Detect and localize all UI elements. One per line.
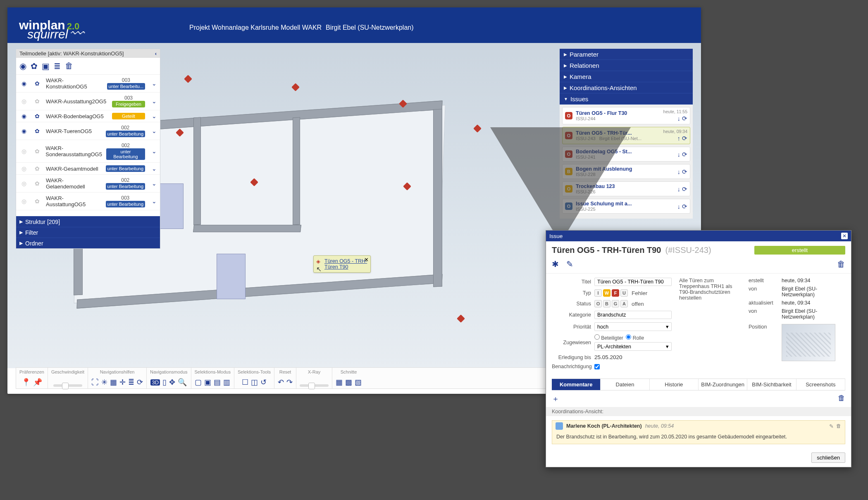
trash-icon[interactable]: 🗑: [836, 423, 842, 429]
tab-kommentare[interactable]: Kommentare: [552, 379, 601, 390]
arrow-icon[interactable]: ↓: [677, 151, 681, 158]
gear-icon[interactable]: ✿: [33, 128, 42, 134]
model-row[interactable]: ◎✿WAKR-SonderausstattungOG5002unter Bear…: [16, 140, 160, 163]
mode-zoom-icon[interactable]: 🔍: [178, 378, 187, 387]
chevron-down-icon[interactable]: ⌄: [152, 80, 157, 87]
pin-outline-icon[interactable]: 📌: [33, 378, 42, 387]
gear-icon[interactable]: ✿: [33, 180, 42, 187]
compass-icon[interactable]: ✳: [101, 378, 107, 387]
issue-tooltip[interactable]: ◈ ✕ Türen OG5 - TRH- Türen T90 ↖: [313, 255, 371, 273]
teilmodelle-header[interactable]: Teilmodelle [aktiv: WAKR-KonstruktionOG5…: [16, 49, 160, 58]
gear-icon[interactable]: ✿: [33, 148, 42, 155]
tab-bim-sichtbarkeit[interactable]: BIM-Sichtbarkeit: [747, 379, 796, 390]
acc-kamera[interactable]: ▶Kamera: [560, 71, 693, 82]
gear-icon[interactable]: ✿: [33, 198, 42, 205]
eye-icon[interactable]: ◎: [19, 98, 29, 105]
add-icon[interactable]: ＋: [552, 394, 559, 404]
eye-icon[interactable]: ◉: [19, 128, 29, 134]
tool-invert-icon[interactable]: ◫: [251, 378, 258, 387]
issue-card[interactable]: OTüren OG5 - Flur T30ISSU-244heute, 11:5…: [562, 107, 690, 124]
model-row[interactable]: ◉✿WAKR-BodenbelagOG5Geteilt⌄: [16, 110, 160, 122]
gear-icon[interactable]: ✿: [33, 113, 42, 119]
sel-add-icon[interactable]: ▣: [204, 378, 211, 387]
status-b-chip[interactable]: B: [603, 300, 610, 307]
issue-card[interactable]: BBogen mit AusblenungISSU-228↓⟳: [562, 164, 690, 179]
typ-u-chip[interactable]: U: [620, 289, 628, 297]
mode-pan-icon[interactable]: ✥: [169, 378, 175, 387]
rolle-radio[interactable]: [626, 334, 631, 340]
undo-icon[interactable]: ↶: [278, 378, 284, 387]
model-row[interactable]: ◎✿WAKR-Gesamtmodellunter Bearbeitung⌄: [16, 163, 160, 175]
trash-icon[interactable]: 🗑: [838, 394, 845, 404]
model-row[interactable]: ◎✿WAKR-Gelaendemodell002unter Bearbeitun…: [16, 175, 160, 193]
position-thumbnail[interactable]: [782, 324, 835, 361]
section-y-icon[interactable]: ▩: [345, 378, 352, 387]
aperture-icon[interactable]: ✱: [552, 259, 559, 269]
list-icon[interactable]: ≣: [54, 61, 61, 71]
typ-w-chip[interactable]: W: [603, 289, 610, 297]
mode-person-icon[interactable]: ▯: [162, 378, 167, 387]
sel-sub-icon[interactable]: ▤: [214, 378, 221, 387]
trash-icon[interactable]: 🗑: [65, 61, 73, 71]
chevron-down-icon[interactable]: ⌄: [152, 165, 157, 172]
trash-icon[interactable]: 🗑: [837, 260, 845, 269]
eye-icon[interactable]: ◎: [19, 180, 29, 187]
erledigung-value[interactable]: 25.05.2020: [594, 354, 672, 360]
tool-box-icon[interactable]: ☐: [242, 378, 248, 387]
section-x-icon[interactable]: ▦: [336, 378, 343, 387]
arrow-icon[interactable]: ↓: [677, 168, 681, 176]
refresh-icon[interactable]: ⟳: [137, 378, 143, 387]
issue-card[interactable]: OTrockenbau 123ISSU-226↓⟳: [562, 181, 690, 196]
chevron-down-icon[interactable]: ⌄: [152, 148, 157, 155]
typ-f-chip[interactable]: F: [612, 289, 619, 297]
fullscreen-icon[interactable]: ⛶: [91, 378, 99, 387]
tab-dateien[interactable]: Dateien: [601, 379, 649, 390]
speed-slider[interactable]: [53, 384, 82, 387]
acc-relationen[interactable]: ▶Relationen: [560, 60, 693, 71]
tooltip-link[interactable]: Türen OG5 - TRH- Türen T90: [324, 258, 367, 270]
refresh-icon[interactable]: ⟳: [682, 168, 687, 176]
list-icon[interactable]: ≣: [128, 378, 134, 387]
arrow-icon[interactable]: ↑: [677, 135, 681, 142]
gear-icon[interactable]: ✿: [33, 80, 42, 87]
eye-icon[interactable]: ◉: [19, 61, 26, 71]
model-row[interactable]: ◉✿WAKR-TuerenOG5002unter Bearbeitung⌄: [16, 122, 160, 140]
model-row[interactable]: ◉✿WAKR-KonstruktionOG5003unter Bearbeitu…: [16, 75, 160, 93]
status-o-chip[interactable]: O: [594, 300, 602, 307]
close-icon[interactable]: ✕: [841, 233, 848, 239]
refresh-icon[interactable]: ⟳: [682, 151, 687, 158]
issue-window-header[interactable]: Issue ✕: [546, 231, 851, 241]
benachrichtigung-checkbox[interactable]: [594, 364, 600, 369]
tab-bim-zuordnungen[interactable]: BIM-Zuordnungen: [699, 379, 747, 390]
prio-select[interactable]: hoch▾: [594, 322, 672, 331]
section-struktur[interactable]: ▶Struktur [209]: [16, 216, 160, 227]
status-g-chip[interactable]: G: [612, 300, 619, 307]
redo-icon[interactable]: ↷: [286, 378, 293, 387]
mode-3d-icon[interactable]: 3D: [150, 379, 160, 386]
refresh-icon[interactable]: ⟳: [682, 115, 687, 122]
gear-icon[interactable]: ✿: [33, 165, 42, 172]
refresh-icon[interactable]: ⟳: [682, 135, 687, 142]
section-ordner[interactable]: ▶Ordner: [16, 238, 160, 248]
refresh-icon[interactable]: ⟳: [682, 203, 687, 210]
chevron-down-icon[interactable]: ⌄: [152, 113, 157, 119]
model-row[interactable]: ◎✿WAKR-Ausstattung2OG5003Freigegeben⌄: [16, 93, 160, 110]
section-z-icon[interactable]: ▧: [355, 378, 362, 387]
grid-icon[interactable]: ▦: [110, 378, 117, 387]
pin-icon[interactable]: 📍: [21, 378, 31, 387]
acc-issues[interactable]: ▼Issues: [560, 93, 693, 105]
refresh-icon[interactable]: ⟳: [682, 186, 687, 193]
edit-icon[interactable]: ✎: [566, 259, 573, 269]
typ-i-chip[interactable]: I: [594, 289, 602, 297]
chevron-down-icon[interactable]: ⌄: [152, 98, 157, 105]
issue-card[interactable]: OBodenbelag OG5 - St...ISSU-241↓⟳: [562, 147, 690, 162]
acc-parameter[interactable]: ▶Parameter: [560, 49, 693, 60]
chevron-down-icon[interactable]: ⌄: [152, 198, 157, 205]
model-row[interactable]: ◎✿WAKR-AusstattungOG5003unter Bearbeitun…: [16, 193, 160, 210]
kategorie-input[interactable]: Brandschutz: [594, 311, 672, 319]
beteiligter-radio[interactable]: [594, 334, 600, 340]
sel-all-icon[interactable]: ▥: [223, 378, 230, 387]
issue-card[interactable]: OIssue Schulung mit a...ISSU-225↓⟳: [562, 199, 690, 214]
arrow-icon[interactable]: ↓: [677, 203, 681, 210]
tooltip-close-icon[interactable]: ✕: [364, 257, 369, 263]
